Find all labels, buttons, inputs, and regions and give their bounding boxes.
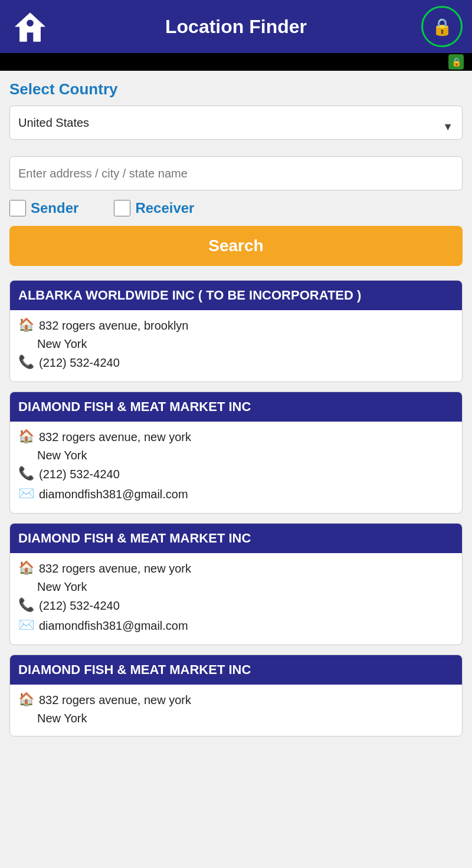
list-item: DIAMOND FISH & MEAT MARKET INC 🏠 832 rog… bbox=[9, 392, 463, 514]
card-phone-row: 📞 (212) 532-4240 bbox=[18, 466, 454, 482]
list-item: DIAMOND FISH & MEAT MARKET INC 🏠 832 rog… bbox=[9, 655, 463, 737]
card-address: 832 rogers avenue, new york bbox=[39, 560, 191, 577]
card-address: 832 rogers avenue, new york bbox=[39, 429, 191, 445]
card-title: DIAMOND FISH & MEAT MARKET INC bbox=[10, 655, 462, 685]
home-icon: 🏠 bbox=[18, 692, 34, 707]
receiver-checkbox-item: Receiver bbox=[114, 200, 194, 216]
phone-icon: 📞 bbox=[18, 466, 34, 481]
checkboxes-row: Sender Receiver bbox=[9, 200, 463, 216]
lock-icon[interactable]: 🔒 bbox=[421, 6, 463, 47]
status-lock-icon: 🔒 bbox=[448, 54, 464, 70]
card-phone-row: 📞 (212) 532-4240 bbox=[18, 354, 454, 371]
home-icon: 🏠 bbox=[18, 317, 34, 333]
card-address-row: 🏠 832 rogers avenue, new york bbox=[18, 560, 454, 577]
card-title: ALBARKA WORLDWIDE INC ( TO BE INCORPORAT… bbox=[10, 281, 462, 310]
sender-label: Sender bbox=[31, 200, 78, 216]
main-content: Select Country United States Canada Unit… bbox=[0, 71, 472, 755]
status-bar: 🔒 bbox=[0, 53, 472, 71]
phone-icon: 📞 bbox=[18, 354, 34, 370]
card-body: 🏠 832 rogers avenue, new york New York 📞… bbox=[10, 553, 462, 645]
card-address-row: 🏠 832 rogers avenue, new york bbox=[18, 429, 454, 445]
card-phone: (212) 532-4240 bbox=[39, 466, 120, 482]
card-body: 🏠 832 rogers avenue, new york New York 📞… bbox=[10, 422, 462, 513]
search-button[interactable]: Search bbox=[9, 226, 463, 266]
card-email: diamondfish381@gmail.com bbox=[39, 486, 188, 502]
sender-checkbox[interactable] bbox=[9, 200, 26, 216]
svg-point-1 bbox=[27, 19, 34, 27]
svg-marker-0 bbox=[15, 13, 45, 41]
home-icon: 🏠 bbox=[18, 429, 34, 444]
home-icon: 🏠 bbox=[18, 560, 34, 576]
sender-checkbox-item: Sender bbox=[9, 200, 78, 216]
card-email: diamondfish381@gmail.com bbox=[39, 617, 188, 634]
list-item: ALBARKA WORLDWIDE INC ( TO BE INCORPORAT… bbox=[9, 280, 463, 382]
phone-icon: 📞 bbox=[18, 597, 34, 613]
card-address-row: 🏠 832 rogers avenue, brooklyn bbox=[18, 317, 454, 334]
card-title: DIAMOND FISH & MEAT MARKET INC bbox=[10, 524, 462, 553]
select-country-label: Select Country bbox=[9, 80, 463, 98]
card-city-state: New York bbox=[18, 580, 454, 594]
card-city-state: New York bbox=[18, 337, 454, 351]
card-address: 832 rogers avenue, brooklyn bbox=[39, 317, 189, 334]
card-body: 🏠 832 rogers avenue, brooklyn New York 📞… bbox=[10, 310, 462, 382]
card-phone: (212) 532-4240 bbox=[39, 597, 120, 614]
card-address: 832 rogers avenue, new york bbox=[39, 692, 191, 708]
results-list: ALBARKA WORLDWIDE INC ( TO BE INCORPORAT… bbox=[9, 280, 463, 737]
card-address-row: 🏠 832 rogers avenue, new york bbox=[18, 692, 454, 708]
receiver-checkbox[interactable] bbox=[114, 200, 130, 216]
country-dropdown-wrapper: United States Canada United Kingdom Nige… bbox=[9, 106, 463, 148]
page-title: Location Finder bbox=[51, 16, 421, 38]
email-icon: ✉️ bbox=[18, 486, 34, 501]
card-city-state: New York bbox=[18, 449, 454, 462]
address-input[interactable] bbox=[9, 156, 463, 190]
email-icon: ✉️ bbox=[18, 617, 34, 633]
card-email-row: ✉️ diamondfish381@gmail.com bbox=[18, 617, 454, 634]
header: Location Finder 🔒 bbox=[0, 0, 472, 53]
card-city-state: New York bbox=[18, 712, 454, 725]
country-select[interactable]: United States Canada United Kingdom Nige… bbox=[9, 106, 463, 140]
card-email-row: ✉️ diamondfish381@gmail.com bbox=[18, 486, 454, 502]
card-phone-row: 📞 (212) 532-4240 bbox=[18, 597, 454, 614]
list-item: DIAMOND FISH & MEAT MARKET INC 🏠 832 rog… bbox=[9, 523, 463, 645]
card-title: DIAMOND FISH & MEAT MARKET INC bbox=[10, 392, 462, 422]
home-icon[interactable] bbox=[9, 6, 51, 47]
receiver-label: Receiver bbox=[135, 200, 194, 216]
card-body: 🏠 832 rogers avenue, new york New York bbox=[10, 685, 462, 736]
card-phone: (212) 532-4240 bbox=[39, 354, 120, 371]
